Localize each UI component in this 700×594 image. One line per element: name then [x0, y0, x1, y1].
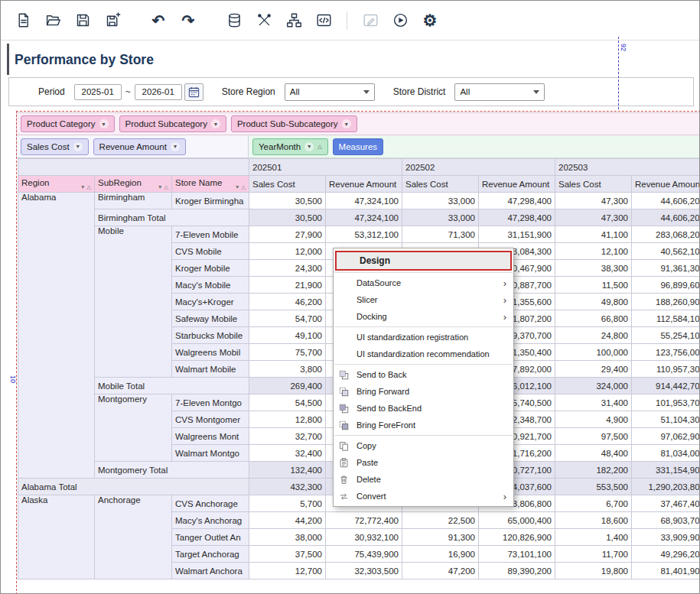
value-cell[interactable]: 4,900	[555, 411, 632, 428]
value-cell[interactable]: 91,300	[402, 529, 479, 546]
code-view-button[interactable]	[312, 9, 335, 32]
value-cell[interactable]: 12,100	[555, 243, 632, 260]
store-name-cell[interactable]: Walgreens Mobil	[172, 344, 249, 361]
row-header-store-name[interactable]: Store Name▼△	[172, 176, 249, 193]
value-cell[interactable]: 132,400	[249, 462, 326, 479]
chip-sales-cost[interactable]: Sales Cost▼	[21, 138, 89, 155]
period-to-input[interactable]	[135, 84, 182, 100]
measure-header-sales-cost[interactable]: Sales Cost	[555, 176, 632, 193]
value-cell[interactable]: 66,800	[555, 310, 632, 327]
value-cell[interactable]: 553,500	[555, 479, 632, 495]
menu-item-send-to-backend[interactable]: Send to BackEnd	[334, 400, 513, 417]
menu-item-send-to-back[interactable]: Send to Back	[334, 366, 513, 383]
value-cell[interactable]: 101,953,700	[632, 394, 700, 411]
value-cell[interactable]: 110,957,300	[632, 361, 700, 378]
value-cell[interactable]: 100,000	[555, 344, 632, 361]
row-header-region[interactable]: Region▼△	[18, 176, 95, 193]
value-cell[interactable]: 1,400	[555, 529, 632, 546]
value-cell[interactable]: 120,826,900	[479, 529, 555, 546]
save-as-button[interactable]	[101, 9, 124, 32]
subtotal-label[interactable]: Birmingham Total	[95, 209, 249, 226]
chip-product-sub-subcategory[interactable]: Product Sub-Subcategory▼	[231, 115, 357, 132]
value-cell[interactable]: 96,899,600	[632, 277, 700, 294]
value-cell[interactable]: 283,068,200	[632, 226, 700, 243]
value-cell[interactable]: 75,700	[249, 344, 326, 361]
value-cell[interactable]: 72,772,400	[326, 512, 402, 529]
menu-item-copy[interactable]: Copy	[334, 437, 513, 454]
store-name-cell[interactable]: Kroger Birmingha	[172, 193, 249, 209]
settings-button[interactable]: ⚙	[418, 9, 441, 32]
value-cell[interactable]: 31,151,900	[479, 226, 555, 243]
chip-product-subcategory[interactable]: Product Subcategory▼	[119, 115, 226, 132]
value-cell[interactable]: 331,154,900	[632, 462, 700, 479]
value-cell[interactable]: 24,800	[555, 327, 632, 344]
period-from-input[interactable]	[74, 84, 122, 100]
value-cell[interactable]: 12,800	[249, 411, 326, 428]
edit-button[interactable]	[359, 9, 382, 32]
store-name-cell[interactable]: Macy's+Kroger	[172, 294, 249, 310]
value-cell[interactable]: 47,300	[555, 193, 632, 209]
store-name-cell[interactable]: Target Anchorag	[172, 546, 249, 563]
measure-header-sales-cost[interactable]: Sales Cost	[249, 176, 326, 193]
value-cell[interactable]: 33,000	[402, 193, 479, 209]
chip-yearmonth[interactable]: YearMonth▼△	[252, 138, 328, 155]
store-region-select[interactable]: All	[285, 83, 375, 101]
subtotal-label[interactable]: Montgomery Total	[95, 462, 249, 479]
value-cell[interactable]: 54,700	[249, 310, 326, 327]
menu-item-paste[interactable]: Paste	[334, 454, 513, 471]
store-name-cell[interactable]: Kroger Mobile	[172, 260, 249, 277]
value-cell[interactable]: 12,000	[249, 243, 326, 260]
value-cell[interactable]: 27,900	[249, 226, 326, 243]
value-cell[interactable]: 37,500	[249, 546, 326, 563]
chip-revenue-amount[interactable]: Revenue Amount▼	[93, 138, 186, 155]
value-cell[interactable]: 269,400	[249, 378, 326, 394]
menu-item-ui-standardization-recommendation[interactable]: UI standardization recommendation	[334, 346, 513, 362]
value-cell[interactable]: 31,400	[555, 394, 632, 411]
value-cell[interactable]: 89,390,200	[479, 563, 555, 579]
value-cell[interactable]: 41,100	[555, 226, 632, 243]
value-cell[interactable]: 55,254,100	[632, 327, 700, 344]
chip-measures[interactable]: Measures	[333, 138, 384, 155]
menu-item-datasource[interactable]: DataSource›	[334, 274, 513, 291]
sitemap-button[interactable]	[282, 9, 305, 32]
value-cell[interactable]: 54,500	[249, 394, 326, 411]
value-cell[interactable]: 188,260,900	[632, 294, 700, 310]
store-name-cell[interactable]: Walmart Mobile	[172, 361, 249, 378]
measure-header-sales-cost[interactable]: Sales Cost	[402, 176, 479, 193]
column-group-202501[interactable]: 202501	[249, 159, 402, 176]
open-folder-button[interactable]	[41, 9, 64, 32]
grand-total-label[interactable]: Alabama Total	[18, 479, 249, 495]
value-cell[interactable]: 81,401,900	[632, 563, 700, 579]
value-cell[interactable]: 38,000	[249, 529, 326, 546]
value-cell[interactable]: 37,467,400	[632, 495, 700, 512]
measure-header-revenue-amount[interactable]: Revenue Amount	[479, 176, 555, 193]
value-cell[interactable]: 3,800	[249, 361, 326, 378]
value-cell[interactable]: 914,442,700	[632, 378, 700, 394]
value-cell[interactable]: 21,900	[249, 277, 326, 294]
menu-item-bring-forward[interactable]: Bring Forward	[334, 383, 513, 400]
value-cell[interactable]: 38,300	[555, 260, 632, 277]
value-cell[interactable]: 32,400	[249, 445, 326, 462]
calendar-button[interactable]	[184, 83, 203, 101]
subregion-cell[interactable]: Anchorage	[95, 495, 172, 579]
store-name-cell[interactable]: 7-Eleven Montgo	[172, 394, 249, 411]
database-button[interactable]	[223, 9, 246, 32]
region-cell[interactable]: Alabama	[18, 193, 95, 479]
value-cell[interactable]: 22,500	[402, 512, 479, 529]
value-cell[interactable]: 75,439,900	[326, 546, 402, 563]
value-cell[interactable]: 53,312,100	[326, 226, 402, 243]
value-cell[interactable]: 30,500	[249, 193, 326, 209]
value-cell[interactable]: 51,104,300	[632, 411, 700, 428]
menu-item-slicer[interactable]: Slicer›	[334, 291, 513, 308]
value-cell[interactable]: 12,700	[249, 563, 326, 579]
menu-item-delete[interactable]: Delete	[334, 471, 513, 488]
value-cell[interactable]: 182,200	[555, 462, 632, 479]
subtotal-label[interactable]: Mobile Total	[95, 378, 249, 394]
value-cell[interactable]: 44,606,200	[632, 193, 700, 209]
menu-item-design[interactable]: Design	[335, 251, 512, 271]
value-cell[interactable]: 49,100	[249, 327, 326, 344]
value-cell[interactable]: 47,298,400	[479, 193, 555, 209]
value-cell[interactable]: 24,300	[249, 260, 326, 277]
value-cell[interactable]: 30,932,100	[326, 529, 402, 546]
value-cell[interactable]: 81,034,000	[632, 445, 700, 462]
